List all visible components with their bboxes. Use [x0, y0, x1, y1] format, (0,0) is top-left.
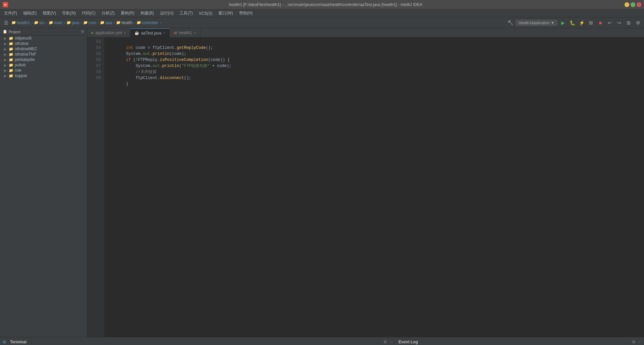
yaml-icon: ≡	[91, 31, 93, 35]
bc-com[interactable]: com	[89, 20, 96, 25]
menu-item-n[interactable]: 导航(N)	[59, 10, 78, 17]
debug-button[interactable]: 🐛	[568, 19, 576, 27]
event-log-header: Event Log ⚙ −	[396, 337, 644, 345]
folder-icon: 📁	[9, 36, 13, 41]
folder-icon: 📁	[9, 68, 13, 73]
maven-icon: M	[174, 31, 177, 35]
folder-icon: 📁	[9, 74, 13, 78]
event-log-title: Event Log	[398, 340, 418, 344]
app-icon: H	[3, 2, 8, 7]
arrow-icon: ▶	[4, 58, 7, 62]
title-bar: H health1 [F:\IdeaFiles\health1] - ...\s…	[0, 0, 644, 9]
tab-health1[interactable]: M health1 ×	[170, 28, 200, 37]
tab-close-icon[interactable]: ×	[124, 31, 126, 35]
menu-bar: 文件(F)编辑(E)视图(V)导航(N)代码(C)分析(Z)重构(R)构建(B)…	[0, 9, 644, 17]
terminal-settings-icon[interactable]: ⚙	[383, 339, 388, 345]
bc-controller[interactable]: controller	[142, 20, 158, 25]
menu-item-z[interactable]: 分析(Z)	[99, 10, 117, 17]
menu-item-f[interactable]: 文件(F)	[1, 10, 20, 17]
coverage-button[interactable]: ⚡	[578, 19, 586, 27]
sidebar: 📋 Project ⚙ ▶ 📁 oldpeozili ▶ 📁 othslow ▶…	[0, 28, 87, 337]
folder-icon: 📁	[9, 58, 13, 62]
window-controls: − □ ×	[625, 2, 641, 7]
menu-item-r[interactable]: 重构(R)	[118, 10, 137, 17]
profiler-button[interactable]: ⊞	[587, 19, 595, 27]
sidebar-item-othslow[interactable]: ▶ 📁 othslow	[0, 41, 87, 46]
code-content[interactable]: int code = ftpClient.getReplyCode(); Sys…	[104, 38, 644, 337]
bc-java[interactable]: java	[72, 20, 79, 25]
sidebar-icon: 📋	[3, 29, 7, 34]
editor-area: ≡ application.yml × ☕ aaTest.java × M he…	[87, 28, 644, 337]
terminal-icon: ⊞	[3, 340, 6, 344]
close-button[interactable]: ×	[637, 2, 641, 7]
arrow-icon: ▶	[4, 74, 7, 78]
tab-aatest-java[interactable]: ☕ aaTest.java ×	[130, 28, 170, 37]
menu-item-w[interactable]: 窗口(W)	[216, 10, 235, 17]
menu-item-u[interactable]: 运行(U)	[157, 10, 176, 17]
terminal-panel: ⊞ Terminal ⚙ − + × [INFO] Tests run: 1, …	[0, 337, 396, 345]
arrow-icon: ▶	[4, 42, 7, 46]
menu-item-c[interactable]: 代码(C)	[79, 10, 98, 17]
toolbar: ☰ 📁 health1 › 📁 src › 📁 main › 📁 java › …	[0, 17, 644, 28]
run-button[interactable]: ▶	[559, 19, 567, 27]
folder-icon: 📁	[9, 52, 13, 57]
sidebar-item-suppat[interactable]: ▶ 📁 suppat	[0, 73, 87, 78]
bc-src[interactable]: src	[39, 20, 45, 25]
bc-health1[interactable]: health1	[17, 20, 30, 25]
sidebar-item-role[interactable]: ▶ 📁 role	[0, 68, 87, 73]
menu-item-b[interactable]: 构建(B)	[138, 10, 157, 17]
settings-button[interactable]: ⚙	[634, 19, 642, 27]
menu-item-v[interactable]: 视图(V)	[40, 10, 59, 17]
sidebar-item-pultub[interactable]: ▶ 📁 pultub	[0, 62, 87, 68]
bc-aaa[interactable]: aaa	[105, 20, 112, 25]
bc-health[interactable]: health	[121, 20, 132, 25]
bc-main[interactable]: main	[54, 20, 63, 25]
sidebar-settings[interactable]: ⚙	[81, 29, 84, 34]
run-config-label[interactable]: Health1Application ▼	[516, 20, 557, 26]
event-log-settings-icon[interactable]: ⚙	[631, 339, 636, 345]
layout-button[interactable]: ⊞	[625, 19, 633, 27]
sidebar-item-othslowmec[interactable]: ▶ 📁 othslowMEC	[0, 46, 87, 52]
terminal-hide-icon[interactable]: −	[389, 339, 393, 345]
build-icon[interactable]: 🔨	[506, 19, 514, 27]
sidebar-item-perbabydie[interactable]: ▶ 📁 perbabydie	[0, 57, 87, 62]
run-controls: 🔨 Health1Application ▼ ▶ 🐛 ⚡ ⊞ ■ ↩ ↪ ⊞ ⚙	[506, 19, 642, 27]
arrow-icon: ▶	[4, 69, 7, 72]
maximize-button[interactable]: □	[631, 2, 635, 7]
sidebar-item-othslowtnf[interactable]: ▶ 📁 othslowTNF	[0, 52, 87, 57]
breadcrumb-icon: 📁	[11, 20, 16, 25]
main-layout: 📋 Project ⚙ ▶ 📁 oldpeozili ▶ 📁 othslow ▶…	[0, 28, 644, 337]
editor-content: 53545556575859 int code = ftpClient.getR…	[87, 38, 644, 337]
undo-button[interactable]: ↩	[606, 19, 614, 27]
tab-bar: ≡ application.yml × ☕ aaTest.java × M he…	[87, 28, 644, 38]
sidebar-item-oldpeozili[interactable]: ▶ 📁 oldpeozili	[0, 36, 87, 41]
terminal-tools: ⚙ −	[383, 339, 393, 345]
java-icon: ☕	[135, 31, 139, 35]
menu-item-vcss[interactable]: VCS(S)	[196, 10, 215, 16]
arrow-icon: ▶	[4, 63, 7, 67]
event-log-hide-icon[interactable]: −	[638, 339, 641, 345]
menu-item-h[interactable]: 帮助(H)	[236, 10, 256, 17]
arrow-icon: ▶	[4, 47, 7, 51]
terminal-title: Terminal	[10, 340, 26, 344]
folder-icon: 📁	[9, 63, 13, 67]
menu-item-e[interactable]: 编辑(E)	[20, 10, 39, 17]
tab-application-yml[interactable]: ≡ application.yml ×	[87, 28, 130, 37]
event-log-panel: Event Log ⚙ − 2020/7/12 💬 22:07 IDE 和插件更…	[396, 337, 644, 345]
window-title: health1 [F:\IdeaFiles\health1] - ...\src…	[10, 2, 641, 7]
arrow-icon: ▶	[4, 53, 7, 56]
event-log-tools: ⚙ −	[631, 339, 641, 345]
tab-close-icon[interactable]: ×	[194, 31, 196, 35]
line-numbers: 53545556575859	[87, 38, 104, 337]
folder-icon: 📁	[9, 42, 13, 46]
redo-button[interactable]: ↪	[615, 19, 623, 27]
menu-item-t[interactable]: 工具(T)	[177, 10, 195, 17]
stop-button[interactable]: ■	[596, 19, 604, 27]
bottom-panels: ⊞ Terminal ⚙ − + × [INFO] Tests run: 1, …	[0, 337, 644, 345]
arrow-icon: ▶	[4, 37, 7, 40]
sidebar-header: 📋 Project ⚙	[0, 28, 87, 36]
minimize-button[interactable]: −	[625, 2, 629, 7]
breadcrumb: 📁 health1 › 📁 src › 📁 main › 📁 java › 📁 …	[11, 20, 162, 25]
tab-close-icon[interactable]: ×	[163, 31, 165, 35]
project-icon[interactable]: ☰	[2, 19, 10, 27]
